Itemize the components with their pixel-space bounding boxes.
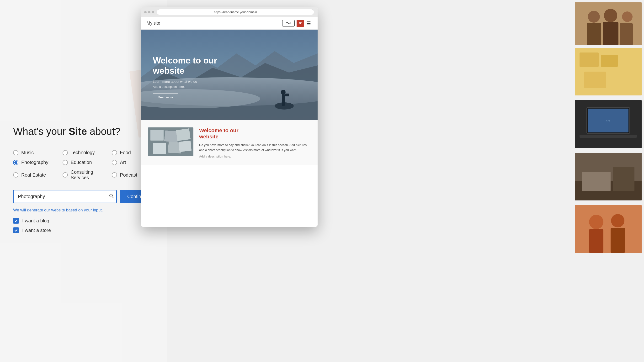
bg-photo-workspace: [575, 153, 642, 200]
site-section: Welcome to our website Do you have more …: [141, 120, 318, 165]
option-photography[interactable]: Photography: [13, 160, 56, 165]
svg-rect-8: [580, 52, 599, 67]
hero-title-line1: Welcome to our: [153, 56, 217, 65]
browser-dots: [144, 11, 154, 13]
option-consulting-label: Consulting Services: [71, 169, 105, 180]
hero-content: Welcome to our website Learn more about …: [153, 55, 217, 101]
radio-food[interactable]: [112, 150, 117, 155]
option-technology-label: Technology: [71, 150, 95, 155]
title-bold: Site: [68, 126, 87, 137]
svg-point-21: [589, 215, 604, 229]
checkbox-blog-box[interactable]: [13, 218, 19, 224]
option-education[interactable]: Education: [62, 160, 105, 165]
section-image: [148, 127, 194, 156]
option-music-label: Music: [21, 150, 34, 155]
svg-rect-50: [282, 94, 285, 106]
option-podcast-label: Podcast: [120, 172, 137, 178]
radio-consulting[interactable]: [62, 172, 68, 178]
svg-rect-65: [178, 141, 192, 152]
svg-rect-5: [603, 22, 618, 45]
search-wrapper: [13, 190, 117, 203]
browser-dot-3: [152, 11, 154, 13]
option-music[interactable]: Music: [13, 150, 56, 155]
section-body: Do you have more to say and show? You ca…: [199, 143, 310, 153]
bg-photo-kids: [575, 205, 642, 253]
site-name: My site: [146, 21, 160, 26]
svg-line-41: [112, 197, 114, 198]
hero-subtitle: Learn more about what we do: [153, 80, 217, 83]
radio-music[interactable]: [13, 150, 18, 155]
checkbox-blog-label: I want a blog: [22, 218, 49, 224]
option-real-estate-label: Real Estate: [21, 172, 46, 178]
bg-photo-yellow: [575, 48, 642, 95]
svg-rect-10: [584, 72, 606, 88]
nav-menu-button[interactable]: ☰: [306, 19, 312, 27]
section-title-line2: website: [199, 134, 218, 140]
svg-rect-24: [610, 228, 625, 253]
radio-technology[interactable]: [62, 150, 68, 155]
hero-title-line2: website: [153, 66, 184, 76]
svg-rect-23: [589, 229, 604, 253]
browser-preview: https://brandname.your-domain My site Ca…: [141, 7, 318, 227]
svg-rect-55: [150, 130, 164, 141]
background-photos: </>: [536, 0, 644, 362]
section-content: Welcome to our website Do you have more …: [199, 127, 310, 158]
option-food-label: Food: [120, 150, 131, 155]
option-art-label: Art: [120, 160, 126, 165]
radio-art[interactable]: [112, 160, 117, 165]
svg-rect-4: [587, 23, 601, 45]
hero-section: Welcome to our website Learn more about …: [141, 29, 318, 120]
svg-point-40: [110, 194, 112, 197]
svg-rect-57: [164, 130, 178, 142]
title-suffix: about?: [87, 126, 120, 137]
search-row: Continue: [13, 190, 154, 203]
section-title-line1: Welcome to our: [199, 127, 238, 133]
browser-chrome: https://brandname.your-domain: [141, 7, 318, 17]
svg-rect-59: [176, 128, 190, 141]
svg-rect-61: [153, 143, 166, 154]
option-photography-label: Photography: [21, 160, 48, 165]
search-input[interactable]: [13, 190, 117, 203]
nav-cart-button[interactable]: [296, 20, 304, 27]
checkbox-store[interactable]: I want a store: [13, 227, 154, 233]
options-grid: Music Technology Food Photography Educat…: [13, 150, 154, 180]
hint-prefix: We will generate our website based on: [13, 208, 84, 212]
svg-point-22: [611, 214, 624, 227]
svg-point-43: [301, 24, 301, 25]
bg-photo-people: [575, 2, 642, 45]
hero-desc: Add a description here.: [153, 85, 217, 88]
checkbox-blog[interactable]: I want a blog: [13, 218, 154, 224]
generate-hint: We will generate our website based on yo…: [13, 208, 154, 213]
radio-real-estate[interactable]: [13, 172, 18, 178]
svg-rect-19: [613, 167, 634, 191]
option-real-estate[interactable]: Real Estate: [13, 169, 56, 180]
hero-title: Welcome to our website: [153, 55, 217, 76]
page-title: What's your Site about?: [13, 125, 154, 138]
nav-buttons: Call ☰: [282, 19, 312, 27]
svg-rect-9: [601, 55, 618, 67]
title-prefix: What's your: [13, 126, 68, 137]
radio-podcast[interactable]: [112, 172, 117, 178]
svg-rect-6: [620, 23, 633, 45]
browser-dot-1: [144, 11, 146, 13]
option-education-label: Education: [71, 160, 92, 165]
section-desc: Add a description here.: [199, 155, 310, 158]
hint-highlight: your input: [84, 208, 102, 212]
svg-text:</>: </>: [606, 119, 610, 122]
hero-read-more-button[interactable]: Read more: [153, 93, 178, 101]
option-technology[interactable]: Technology: [62, 150, 105, 155]
checkbox-store-box[interactable]: [13, 227, 19, 233]
nav-call-button[interactable]: Call: [282, 20, 295, 26]
svg-point-3: [622, 11, 632, 22]
svg-rect-52: [285, 93, 289, 96]
radio-education[interactable]: [62, 160, 68, 165]
section-title: Welcome to our website: [199, 127, 310, 140]
browser-dot-2: [148, 11, 150, 13]
checkbox-store-label: I want a store: [22, 228, 51, 233]
search-button[interactable]: [109, 194, 114, 200]
option-consulting[interactable]: Consulting Services: [62, 169, 105, 180]
bg-photo-laptop: </>: [575, 100, 642, 148]
radio-photography[interactable]: [13, 160, 18, 165]
svg-rect-15: [580, 135, 637, 138]
hint-suffix: .: [102, 208, 103, 212]
